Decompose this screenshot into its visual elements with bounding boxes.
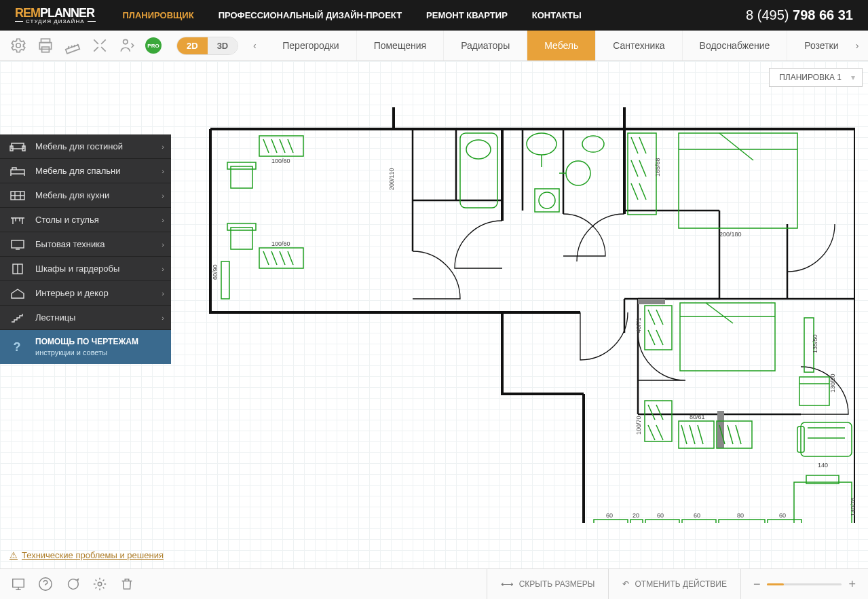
zoom-slider[interactable] [767,583,842,585]
svg-text:140: 140 [818,462,828,469]
nav-contacts[interactable]: КОНТАКТЫ [532,10,582,20]
view-3d-button[interactable]: 3D [208,37,238,54]
trash-icon[interactable] [119,577,134,592]
hide-dimensions-button[interactable]: ⟷СКРЫТЬ РАЗМЕРЫ [487,569,609,599]
chevron-right-icon: › [162,314,164,322]
svg-text:135/50: 135/50 [812,334,818,353]
svg-rect-18 [227,223,256,230]
view-toggle: 2D 3D [176,37,238,55]
svg-rect-17 [231,228,252,249]
svg-text:200/180: 200/180 [719,231,742,238]
svg-rect-9 [11,170,24,174]
cat-water[interactable]: Водоснабжение [683,31,788,60]
cat-scroll-left[interactable]: ‹ [244,31,265,60]
chat-icon[interactable] [65,577,80,592]
plan-dropdown[interactable]: ПЛАНИРОВКА 1 [769,68,863,87]
nav-planner[interactable]: ПЛАНИРОВЩИК [123,10,194,20]
toolbar: PRO 2D 3D ‹ Перегородки Помещения Радиат… [0,31,868,61]
svg-text:20: 20 [633,512,639,519]
phone-number[interactable]: 8 (495) 798 66 31 [746,7,853,23]
sm-appliances[interactable]: Бытовая техника› [0,232,171,257]
chevron-right-icon: › [162,240,164,249]
svg-rect-34 [799,377,829,405]
tools-icon[interactable] [91,37,109,54]
bed-icon [10,164,26,178]
view-2d-button[interactable]: 2D [177,37,208,54]
cat-rooms[interactable]: Помещения [357,31,445,60]
svg-rect-44 [682,520,716,523]
chevron-right-icon: › [162,289,164,297]
logo[interactable]: REMPLANNER СТУДИЯ ДИЗАЙНА [15,7,96,24]
svg-rect-41 [630,520,643,523]
svg-rect-40 [594,520,628,523]
svg-rect-21 [221,261,229,299]
help-circle-icon[interactable] [38,577,53,592]
footer-gear-icon[interactable] [92,577,107,592]
footer-bar: ⟷СКРЫТЬ РАЗМЕРЫ ↶ОТМЕНИТЬ ДЕЙСТВИЕ − + [0,568,868,599]
footer-icons [0,577,145,592]
floorplan-svg[interactable]: 100/60 100/60 200/110 60/90 165/68 200/1… [204,102,855,523]
svg-text:60: 60 [779,512,786,519]
ruler-icon[interactable] [64,37,81,54]
sm-bedroom[interactable]: Мебель для спальни› [0,159,171,183]
sm-wardrobes[interactable]: Шкафы и гардеробы› [0,257,171,281]
sm-interior[interactable]: Интерьер и декор› [0,281,171,306]
cat-radiators[interactable]: Радиаторы [444,31,527,60]
svg-rect-47 [794,482,852,523]
svg-text:100/60: 100/60 [271,240,290,247]
tech-problems-link[interactable]: Технические проблемы и решения [10,550,164,560]
toggle-width-icon: ⟷ [501,579,514,589]
svg-text:40/71: 40/71 [635,317,642,333]
svg-rect-11 [12,240,24,248]
top-header: REMPLANNER СТУДИЯ ДИЗАЙНА ПЛАНИРОВЩИК ПР… [0,0,868,31]
svg-text:165/68: 165/68 [654,158,661,177]
sm-help[interactable]: ? ПОМОЩЬ ПО ЧЕРТЕЖАМинструкции и советы [0,330,171,364]
monitor-icon[interactable] [11,577,26,592]
svg-rect-42 [645,520,679,523]
stairs-icon [10,311,26,325]
chevron-right-icon: › [162,216,164,224]
cat-sockets[interactable]: Розетки [787,31,846,60]
zoom-out-button[interactable]: − [753,577,761,592]
svg-rect-6 [12,143,24,149]
svg-point-0 [16,43,21,48]
svg-text:60: 60 [606,512,613,519]
cat-walls[interactable]: Перегородки [265,31,356,60]
chevron-right-icon: › [162,265,164,273]
wardrobe-icon [10,262,26,276]
undo-button[interactable]: ↶ОТМЕНИТЬ ДЕЙСТВИЕ [608,569,740,599]
nav-renovation[interactable]: РЕМОНТ КВАРТИР [426,10,508,20]
sm-tables[interactable]: Столы и стулья› [0,208,171,232]
main-nav: ПЛАНИРОВЩИК ПРОФЕССИОНАЛЬНЫЙ ДИЗАЙН-ПРОЕ… [123,10,582,20]
chevron-right-icon: › [162,143,164,151]
logo-subtitle: СТУДИЯ ДИЗАЙНА [15,19,96,24]
cat-furniture[interactable]: Мебель [527,31,596,60]
sofa-icon [10,140,26,153]
sm-stairs[interactable]: Лестницы› [0,306,171,330]
pro-badge[interactable]: PRO [145,37,162,54]
nav-design[interactable]: ПРОФЕССИОНАЛЬНЫЙ ДИЗАЙН-ПРОЕКТ [219,10,402,20]
svg-text:60: 60 [694,512,700,519]
settings-gear-icon[interactable] [10,37,27,54]
furniture-sidemenu: Мебель для гостиной› Мебель для спальни›… [0,134,171,364]
zoom-in-button[interactable]: + [848,577,856,592]
home-icon [10,287,26,300]
svg-rect-30 [679,133,797,228]
svg-text:200/110: 200/110 [388,168,395,190]
svg-text:80/61: 80/61 [690,414,705,420]
canvas[interactable]: ПЛАНИРОВКА 1 Мебель для гостиной› Мебель… [0,61,868,568]
logo-rem: REM [15,6,40,20]
svg-text:130/50: 130/50 [829,374,836,393]
user-hand-icon[interactable] [118,37,136,54]
svg-rect-15 [231,166,252,188]
cat-plumbing[interactable]: Сантехника [596,31,682,60]
print-icon[interactable] [37,37,54,54]
sm-kitchen[interactable]: Мебель для кухни› [0,183,171,208]
svg-point-28 [582,136,604,152]
logo-planner: PLANNER [40,6,94,20]
zoom-control: − + [740,569,868,599]
chevron-right-icon: › [162,192,164,200]
svg-rect-32 [680,303,775,371]
sm-living[interactable]: Мебель для гостиной› [0,134,171,159]
cat-scroll-right[interactable]: › [846,31,868,60]
